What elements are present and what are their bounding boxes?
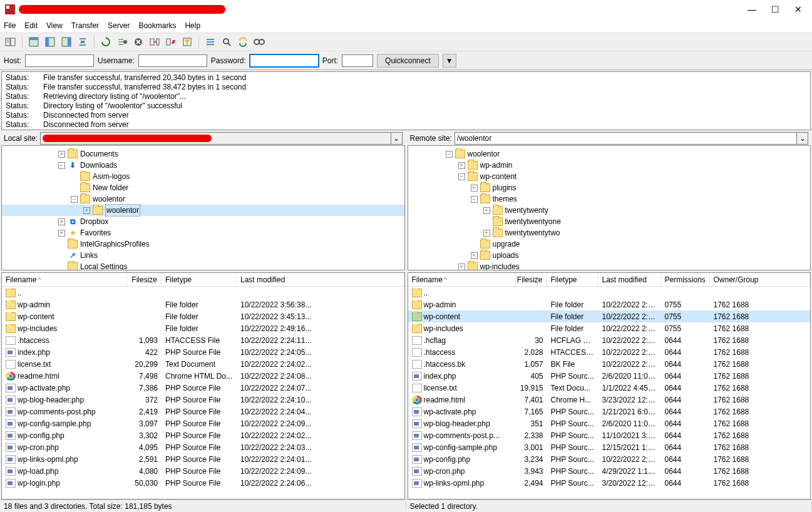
file-row[interactable]: readme.html7,401Chrome H...3/23/2022 12:…	[408, 394, 811, 406]
menu-view[interactable]: View	[46, 21, 63, 30]
tree-item[interactable]: +Documents	[2, 148, 404, 160]
site-manager-icon[interactable]	[4, 35, 18, 49]
file-row[interactable]: .hcflag30HCFLAG File10/22/2022 2:5...064…	[408, 334, 811, 346]
tree-item[interactable]: −woolentor	[2, 193, 404, 205]
col-lastmodified[interactable]: Last modified	[237, 273, 404, 286]
tree-item[interactable]: Local Settings	[2, 261, 404, 270]
expand-icon[interactable]: +	[483, 230, 490, 237]
file-row[interactable]: wp-blog-header.php351PHP Sourc...2/6/202…	[408, 417, 811, 429]
close-button[interactable]: ✕	[794, 4, 802, 14]
expand-icon[interactable]: −	[58, 162, 65, 169]
col-lastmodified[interactable]: Last modified	[599, 273, 661, 286]
expand-icon[interactable]: +	[483, 207, 490, 214]
file-row[interactable]: ..	[408, 287, 811, 299]
file-row[interactable]: wp-adminFile folder10/22/2022 3:56:38...	[2, 299, 404, 310]
tree-item[interactable]: +wp-includes	[408, 261, 811, 270]
remote-tree[interactable]: −woolentor+wp-admin−wp-content+plugins−t…	[408, 145, 811, 270]
refresh-icon[interactable]	[99, 35, 113, 49]
file-row[interactable]: wp-comments-post.php2,419PHP Source File…	[2, 406, 404, 417]
tree-item[interactable]: New folder	[2, 182, 404, 193]
menu-file[interactable]: File	[4, 21, 16, 30]
menu-transfer[interactable]: Transfer	[71, 21, 99, 30]
tree-item[interactable]: ↗Links	[2, 250, 404, 261]
file-row[interactable]: wp-activate.php7,386PHP Source File10/22…	[2, 382, 404, 394]
tree-item[interactable]: −⬇Downloads	[2, 160, 404, 171]
expand-icon[interactable]: +	[58, 151, 65, 158]
file-row[interactable]: wp-includesFile folder10/22/2022 2:1...0…	[408, 322, 811, 334]
tree-item[interactable]: +twentytwentytwo	[408, 227, 811, 238]
tree-item[interactable]: −themes	[408, 193, 811, 205]
file-row[interactable]: .htaccess.bk1,057BK File10/22/2022 2:5..…	[408, 358, 811, 370]
file-row[interactable]: wp-includesFile folder10/22/2022 2:49:16…	[2, 322, 404, 334]
tree-item[interactable]: −wp-content	[408, 171, 811, 182]
toggle-local-tree-icon[interactable]	[43, 35, 57, 49]
col-filesize[interactable]: Filesize	[127, 273, 162, 286]
file-row[interactable]: wp-adminFile folder10/22/2022 2:1...0755…	[408, 299, 811, 310]
col-filesize[interactable]: Filesize	[516, 273, 547, 286]
file-row[interactable]: wp-contentFile folder10/22/2022 2:3...07…	[408, 310, 811, 322]
col-owner[interactable]: Owner/Group	[710, 273, 811, 286]
process-queue-icon[interactable]	[115, 35, 129, 49]
cancel-icon[interactable]	[131, 35, 145, 49]
file-row[interactable]: license.txt19,915Text Docu...1/1/2022 4:…	[408, 382, 811, 394]
tree-item[interactable]: +⧉Dropbox	[2, 216, 404, 227]
toggle-log-icon[interactable]	[27, 35, 41, 49]
remote-file-list[interactable]: Filename^ Filesize Filetype Last modifie…	[408, 272, 811, 499]
expand-icon[interactable]: +	[458, 264, 465, 270]
local-path-input[interactable]	[40, 132, 391, 145]
filter-icon[interactable]	[180, 35, 194, 49]
file-row[interactable]: wp-cron.php3,943PHP Sourc...4/29/2022 1:…	[408, 465, 811, 477]
file-row[interactable]: wp-config-sample.php3,001PHP Sourc...12/…	[408, 441, 811, 453]
compare-icon[interactable]	[203, 35, 217, 49]
sync-browse-icon[interactable]	[236, 35, 250, 49]
quickconnect-button[interactable]: Quickconnect	[377, 54, 439, 68]
col-filetype[interactable]: Filetype	[162, 273, 237, 286]
expand-icon[interactable]: −	[446, 151, 453, 158]
tree-item[interactable]: +woolentor	[2, 205, 404, 216]
tree-item[interactable]: +uploads	[408, 250, 811, 261]
col-filename[interactable]: Filename^	[408, 273, 516, 286]
local-tree[interactable]: +Documents−⬇DownloadsAsim-logosNew folde…	[1, 145, 405, 270]
tree-item[interactable]: upgrade	[408, 238, 811, 250]
log-pane[interactable]: Status:File transfer successful, transfe…	[1, 71, 811, 130]
col-permissions[interactable]: Permissions	[661, 273, 710, 286]
menu-help[interactable]: Help	[185, 21, 200, 30]
local-path-dropdown[interactable]: ⌄	[391, 132, 403, 145]
disconnect-icon[interactable]	[148, 35, 162, 49]
menu-bookmarks[interactable]: Bookmarks	[138, 21, 176, 30]
file-row[interactable]: wp-contentFile folder10/22/2022 3:45:13.…	[2, 310, 404, 322]
expand-icon[interactable]: −	[458, 173, 465, 180]
toggle-queue-icon[interactable]	[76, 35, 90, 49]
col-filename[interactable]: Filename^	[2, 273, 127, 286]
file-row[interactable]: wp-cron.php4,095PHP Source File10/22/202…	[2, 441, 404, 453]
quickconnect-history-button[interactable]: ▼	[443, 54, 456, 68]
search-icon[interactable]	[220, 35, 234, 49]
file-row[interactable]: wp-load.php4,080PHP Source File10/22/202…	[2, 465, 404, 477]
expand-icon[interactable]: −	[71, 196, 78, 203]
file-row[interactable]: license.txt20,299Text Document10/22/2022…	[2, 358, 404, 370]
toggle-remote-tree-icon[interactable]	[59, 35, 73, 49]
expand-icon[interactable]: +	[83, 207, 90, 214]
tree-item[interactable]: twentytwentyone	[408, 216, 811, 227]
password-input[interactable]	[250, 54, 319, 67]
file-row[interactable]: readme.html7,498Chrome HTML Do...10/22/2…	[2, 370, 404, 382]
file-row[interactable]: ..	[2, 287, 404, 299]
file-row[interactable]: wp-config-sample.php3,097PHP Source File…	[2, 417, 404, 429]
file-row[interactable]: index.php405PHP Sourc...2/6/2020 11:03:.…	[408, 370, 811, 382]
menu-edit[interactable]: Edit	[24, 21, 38, 30]
expand-icon[interactable]: +	[58, 218, 65, 225]
file-row[interactable]: .htaccess2,028HTACCESS ...10/22/2022 2:5…	[408, 346, 811, 358]
file-row[interactable]: wp-activate.php7,165PHP Sourc...1/21/202…	[408, 406, 811, 417]
file-row[interactable]: wp-links-opml.php2,591PHP Source File10/…	[2, 453, 404, 465]
local-file-list[interactable]: Filename^ Filesize Filetype Last modifie…	[1, 272, 405, 499]
remote-path-dropdown[interactable]: ⌄	[797, 132, 808, 145]
file-row[interactable]: index.php422PHP Source File10/22/2022 2:…	[2, 346, 404, 358]
menu-server[interactable]: Server	[108, 21, 130, 30]
file-row[interactable]: wp-comments-post.p...2,338PHP Sourc...11…	[408, 429, 811, 441]
tree-item[interactable]: +plugins	[408, 182, 811, 193]
col-filetype[interactable]: Filetype	[547, 273, 599, 286]
tree-item[interactable]: IntelGraphicsProfiles	[2, 238, 404, 250]
tree-item[interactable]: +★Favorites	[2, 227, 404, 238]
reconnect-icon[interactable]	[164, 35, 178, 49]
file-row[interactable]: wp-config.php3,302PHP Source File10/22/2…	[2, 429, 404, 441]
